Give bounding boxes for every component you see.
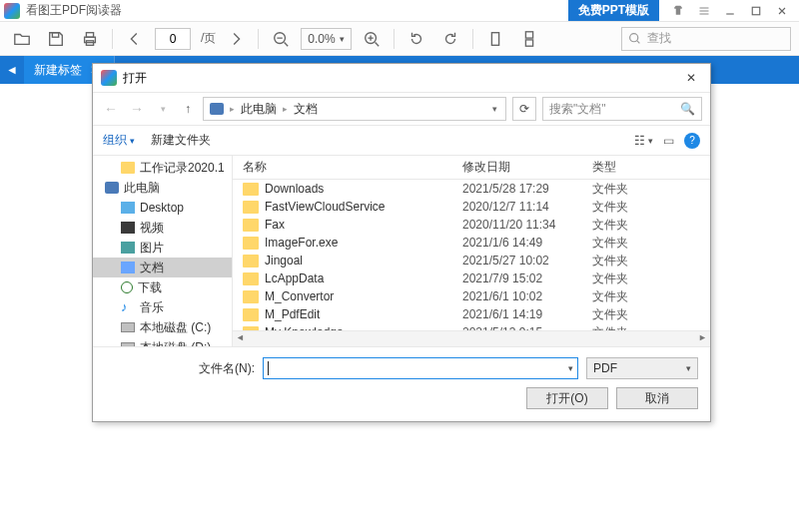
open-button[interactable]: 打开(O) xyxy=(526,387,608,409)
file-name: Fax xyxy=(265,218,462,232)
file-row[interactable]: LcAppData2021/7/9 15:02文件夹 xyxy=(233,269,710,287)
open-file-icon[interactable] xyxy=(8,26,36,52)
file-row[interactable]: M_PdfEdit2021/6/1 14:19文件夹 xyxy=(233,305,710,323)
tree-item[interactable]: ♪音乐 xyxy=(93,297,232,317)
tree-item[interactable]: 本地磁盘 (C:) xyxy=(93,317,232,337)
col-name[interactable]: 名称 xyxy=(243,159,462,176)
search-input[interactable]: 查找 xyxy=(621,27,791,51)
organize-menu[interactable]: 组织 ▾ xyxy=(103,132,135,149)
help-icon[interactable]: ? xyxy=(684,133,700,149)
svg-rect-1 xyxy=(52,32,58,37)
ppt-banner[interactable]: 免费PPT模版 xyxy=(568,0,659,21)
menu-icon[interactable] xyxy=(691,1,717,21)
filetype-select[interactable]: PDF▾ xyxy=(586,357,698,379)
cancel-button[interactable]: 取消 xyxy=(616,387,698,409)
tree-item-label: 此电脑 xyxy=(124,180,160,197)
filename-input[interactable]: ▾ xyxy=(263,357,578,379)
file-date: 2020/11/20 11:34 xyxy=(462,218,592,232)
rotate-left-icon[interactable] xyxy=(402,26,430,52)
dialog-search-input[interactable]: 搜索"文档" 🔍 xyxy=(542,97,702,121)
view-mode-icon[interactable]: ☷ ▾ xyxy=(634,134,653,148)
page-label: /页 xyxy=(201,30,216,47)
file-row[interactable]: ImageFor.exe2021/1/6 14:49文件夹 xyxy=(233,234,710,252)
breadcrumb-drop-icon[interactable]: ▾ xyxy=(492,104,499,114)
single-page-icon[interactable] xyxy=(481,26,509,52)
file-row[interactable]: My Knowledge2021/5/13 9:15文件夹 xyxy=(233,323,710,330)
col-date[interactable]: 修改日期 xyxy=(462,159,592,176)
file-row[interactable]: Jingoal2021/5/27 10:02文件夹 xyxy=(233,252,710,269)
print-icon[interactable] xyxy=(76,26,104,52)
dialog-close-icon[interactable]: ✕ xyxy=(680,67,702,89)
nav-back-icon[interactable]: ← xyxy=(101,101,121,117)
file-row[interactable]: FastViewCloudService2020/12/7 11:14文件夹 xyxy=(233,198,710,216)
tree-item-label: 工作记录2020.1 xyxy=(140,160,225,177)
page-number-input[interactable] xyxy=(155,28,191,50)
tree-item[interactable]: 文档 xyxy=(93,258,232,277)
file-name: Jingoal xyxy=(265,254,462,267)
main-toolbar: /页 0.0%▾ 查找 xyxy=(0,22,799,56)
file-date: 2021/6/1 10:02 xyxy=(462,289,592,303)
folder-icon xyxy=(243,255,259,267)
file-type: 文件夹 xyxy=(592,253,628,269)
zoom-in-icon[interactable] xyxy=(358,26,386,52)
refresh-icon[interactable]: ⟳ xyxy=(512,97,536,121)
breadcrumb-root[interactable]: 此电脑 xyxy=(241,101,277,118)
folder-icon xyxy=(243,308,259,321)
tree-item[interactable]: 工作记录2020.1 xyxy=(93,158,232,178)
preview-pane-icon[interactable]: ▭ xyxy=(663,134,674,148)
svg-rect-7 xyxy=(491,32,498,45)
skin-icon[interactable] xyxy=(665,1,691,21)
dl-icon xyxy=(121,281,133,293)
close-icon[interactable] xyxy=(769,1,795,21)
tree-item[interactable]: 下载 xyxy=(93,277,232,297)
dialog-toolbar: 组织 ▾ 新建文件夹 ☷ ▾ ▭ ? xyxy=(93,126,710,156)
nav-forward-icon[interactable]: → xyxy=(127,101,147,117)
zoom-select[interactable]: 0.0%▾ xyxy=(301,28,351,50)
new-folder-button[interactable]: 新建文件夹 xyxy=(151,132,211,149)
tree-item-label: 图片 xyxy=(140,240,164,257)
dialog-title: 打开 xyxy=(123,70,680,87)
tree-item[interactable]: 视频 xyxy=(93,218,232,238)
file-list-header[interactable]: 名称 修改日期 类型 xyxy=(233,156,710,180)
prev-page-icon[interactable] xyxy=(121,26,149,52)
horizontal-scrollbar[interactable] xyxy=(233,330,710,346)
file-row[interactable]: M_Convertor2021/6/1 10:02文件夹 xyxy=(233,287,710,305)
rotate-right-icon[interactable] xyxy=(436,26,464,52)
minimize-icon[interactable] xyxy=(717,1,743,21)
breadcrumb-folder[interactable]: 文档 xyxy=(294,101,318,118)
save-icon[interactable] xyxy=(42,26,70,52)
file-name: Downloads xyxy=(265,182,462,196)
zoom-out-icon[interactable] xyxy=(267,26,295,52)
tree-item[interactable]: Desktop xyxy=(93,198,232,218)
tree-item[interactable]: 图片 xyxy=(93,238,232,258)
file-type: 文件夹 xyxy=(592,235,628,252)
folder-tree[interactable]: 工作记录2020.1此电脑Desktop视频图片文档下载♪音乐本地磁盘 (C:)… xyxy=(93,156,233,346)
col-type[interactable]: 类型 xyxy=(592,159,710,176)
file-type: 文件夹 xyxy=(592,306,628,323)
svg-rect-9 xyxy=(525,39,532,45)
tab-list-icon[interactable]: ◄ xyxy=(0,56,24,84)
file-type: 文件夹 xyxy=(592,270,628,287)
file-row[interactable]: Downloads2021/5/28 17:29文件夹 xyxy=(233,180,710,198)
tree-item[interactable]: 本地磁盘 (D:) xyxy=(93,337,232,346)
tree-item-label: 视频 xyxy=(140,220,164,237)
nav-up-icon[interactable]: ↑ xyxy=(179,102,197,116)
continuous-page-icon[interactable] xyxy=(515,26,543,52)
drive-icon xyxy=(121,322,135,332)
tree-item[interactable]: 此电脑 xyxy=(93,178,232,198)
titlebar: 看图王PDF阅读器 免费PPT模版 xyxy=(0,0,799,22)
svg-rect-3 xyxy=(86,32,93,37)
file-name: ImageFor.exe xyxy=(265,236,462,250)
file-date: 2021/1/6 14:49 xyxy=(462,236,592,250)
file-name: M_PdfEdit xyxy=(265,307,462,321)
file-date: 2020/12/7 11:14 xyxy=(462,200,592,214)
folder-icon xyxy=(243,219,259,232)
file-row[interactable]: Fax2020/11/20 11:34文件夹 xyxy=(233,216,710,234)
next-page-icon[interactable] xyxy=(222,26,250,52)
dialog-nav: ← → ▾ ↑ ▸ 此电脑 ▸ 文档 ▾ ⟳ 搜索"文档" 🔍 xyxy=(93,92,710,126)
breadcrumb[interactable]: ▸ 此电脑 ▸ 文档 ▾ xyxy=(203,97,506,121)
file-date: 2021/6/1 14:19 xyxy=(462,307,592,321)
nav-history-icon[interactable]: ▾ xyxy=(153,104,173,114)
maximize-icon[interactable] xyxy=(743,1,769,21)
filename-label: 文件名(N): xyxy=(105,360,255,377)
